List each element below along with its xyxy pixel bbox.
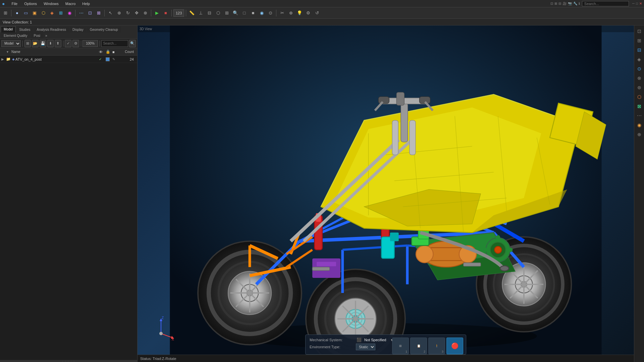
panel-export[interactable]: ⬆ — [55, 40, 61, 47]
toolbar-shaded[interactable]: ■ — [249, 9, 257, 17]
toolbar-point[interactable]: ● — [13, 9, 21, 17]
menu-macro[interactable]: Macro — [64, 1, 77, 6]
menu-icon-4[interactable]: 🎥 — [562, 2, 567, 5]
scene-tab-1[interactable]: ⊞ 1 — [392, 338, 409, 354]
panel-import[interactable]: ⬇ — [47, 40, 54, 47]
toolbar-select[interactable]: ↖ — [106, 9, 114, 17]
panel-new[interactable]: ⊞ — [24, 40, 31, 47]
win-maximize[interactable]: □ — [636, 2, 638, 5]
tab-analysis-readiness[interactable]: Analysis Readiness — [34, 26, 69, 33]
toolbar-align[interactable]: ⊥ — [197, 9, 205, 17]
status-text: Status: Triad:Z-Rotate — [140, 357, 176, 361]
rp-icon-12[interactable]: ⊕ — [635, 130, 644, 139]
toolbar-mesh[interactable]: ⋯ — [77, 9, 85, 17]
panel-check[interactable]: ✓ — [65, 40, 71, 47]
toolbar-light[interactable]: 💡 — [296, 9, 304, 17]
toolbar-render[interactable]: ⊙ — [266, 9, 274, 17]
toolbar-view-zoom[interactable]: 🔍 — [231, 9, 239, 17]
mechanical-system-label: Mechanical System: — [310, 338, 353, 342]
toolbar-pan[interactable]: ✥ — [132, 9, 141, 17]
menu-icon-7[interactable]: ℹ — [579, 2, 580, 5]
tab-studies[interactable]: Studies — [16, 26, 33, 33]
rp-icon-6[interactable]: ⊗ — [635, 74, 644, 82]
menu-options[interactable]: Options — [23, 1, 38, 6]
toolbar-rotate[interactable]: ↻ — [124, 9, 132, 17]
menu-icon-1[interactable]: ⊡ — [550, 2, 553, 5]
toolbar-assembly[interactable]: ⊞ — [57, 9, 65, 17]
toolbar-view-persp[interactable]: ⊞ — [223, 9, 231, 17]
rp-icon-2[interactable]: ⊞ — [635, 36, 644, 45]
svg-rect-102 — [312, 267, 329, 270]
win-minimize[interactable]: ─ — [632, 2, 635, 5]
toolbar-cursor[interactable]: ⊕ — [115, 9, 123, 17]
panel-search-input[interactable] — [101, 40, 128, 47]
toolbar-view-front[interactable]: ⊟ — [205, 9, 213, 17]
toolbar-refresh[interactable]: ↺ — [313, 9, 321, 17]
menu-icon-5[interactable]: 📷 — [568, 2, 572, 5]
toolbar-clip[interactable]: ✂ — [278, 9, 286, 17]
panel-resize-handle[interactable]: · · · · · — [0, 360, 137, 362]
toolbar-solid[interactable]: ⬡ — [39, 9, 47, 17]
toolbar-play[interactable]: ▶ — [153, 9, 161, 17]
tab-display[interactable]: Display — [69, 26, 87, 33]
menu-help[interactable]: Help — [81, 1, 91, 6]
tree-vis-toggle[interactable]: ✓ — [99, 57, 106, 61]
tab-geometry-cleanup[interactable]: Geometry Cleanup — [87, 26, 121, 33]
scene-tab-3[interactable]: 🚶 3 — [428, 338, 445, 354]
rp-icon-5[interactable]: ⊙ — [635, 64, 644, 73]
viewport-3d[interactable]: 3D View — [138, 25, 634, 362]
panel-settings[interactable]: ⚙ — [72, 40, 79, 47]
toolbar-magenta[interactable]: ◉ — [65, 9, 73, 17]
toolbar-face[interactable]: ▣ — [31, 9, 39, 17]
menu-icon-3[interactable]: ⊟ — [558, 2, 561, 5]
rp-icon-11[interactable]: ◉ — [635, 121, 644, 129]
toolbar-measure[interactable]: 📏 — [188, 9, 196, 17]
environment-type-dropdown[interactable]: Static — [356, 344, 375, 350]
svg-rect-100 — [410, 120, 416, 155]
toolbar-zoom-fit[interactable]: ⊗ — [141, 9, 149, 17]
panel-model-dropdown[interactable]: Model — [1, 40, 21, 47]
toolbar-section[interactable]: ⊕ — [287, 9, 295, 17]
viewport-canvas — [138, 25, 634, 362]
scene-tab-4[interactable]: 🔴 — [446, 338, 463, 354]
panel-sep-2 — [63, 41, 63, 47]
menu-icon-2[interactable]: ⊞ — [554, 2, 557, 5]
panel-open[interactable]: 📂 — [32, 40, 39, 47]
toolbar-wireframe[interactable]: □ — [240, 9, 248, 17]
rp-icon-9[interactable]: ⊠ — [635, 102, 644, 111]
tree-row-atv[interactable]: ▶ 📁 ◈ ATV_on_4_post ✓ ✎ 24 — [0, 56, 137, 63]
toolbar-new[interactable]: ⊞ — [1, 9, 9, 17]
tab-posi[interactable]: Posi — [31, 33, 43, 39]
menu-icon-6[interactable]: 🔧 — [573, 2, 577, 5]
toolbar-mesh3[interactable]: ⊠ — [95, 9, 103, 17]
rp-icon-1[interactable]: ⊡ — [635, 27, 644, 36]
sort-icon[interactable]: ▼ — [6, 50, 11, 54]
tab-model[interactable]: Model — [1, 26, 16, 33]
rp-icon-8[interactable]: ⬡ — [635, 93, 644, 101]
menu-windows[interactable]: Windows — [42, 1, 60, 6]
toolbar-123[interactable]: 123 — [173, 9, 184, 17]
toolbar-edge[interactable]: ▭ — [22, 9, 30, 17]
panel-save[interactable]: 💾 — [40, 40, 46, 47]
rp-icon-3[interactable]: ⊟ — [635, 46, 644, 54]
svg-line-107 — [161, 334, 173, 338]
toolbar-stop[interactable]: ■ — [162, 9, 170, 17]
tab-element-quality[interactable]: Element Quality — [1, 33, 31, 39]
toolbar-mesh2[interactable]: ⊡ — [86, 9, 94, 17]
tree-color-swatch[interactable] — [106, 57, 112, 61]
win-close[interactable]: ✕ — [639, 2, 642, 5]
tree-expand-arrow[interactable]: ▶ — [1, 57, 6, 61]
rp-icon-7[interactable]: ⊛ — [635, 83, 644, 92]
rp-icon-10[interactable]: ⋯ — [635, 111, 644, 120]
menu-file[interactable]: File — [10, 1, 19, 6]
toolbar-part[interactable]: ◈ — [48, 9, 56, 17]
panel-search-btn[interactable]: 🔍 — [129, 40, 136, 47]
toolbar-view-iso[interactable]: ⬡ — [214, 9, 222, 17]
toolbar-settings[interactable]: ⚙ — [304, 9, 312, 17]
tab-more[interactable]: » — [44, 33, 49, 39]
scene-tab-2[interactable]: 📋 2 — [410, 338, 427, 354]
tree-edit-icon[interactable]: ✎ — [112, 57, 119, 61]
rp-icon-4[interactable]: ◈ — [635, 55, 644, 64]
toolbar-shaded2[interactable]: ◉ — [258, 9, 266, 17]
menu-search-input[interactable] — [582, 1, 629, 6]
